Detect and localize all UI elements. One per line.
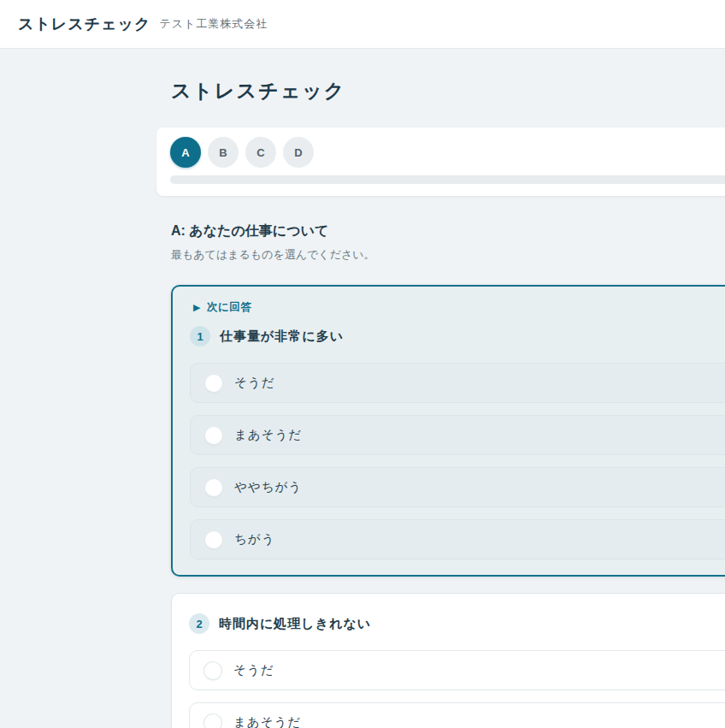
options-list: そうだ まあそうだ: [189, 650, 725, 728]
triangle-right-icon: ▶: [193, 303, 201, 312]
radio-option[interactable]: まあそうだ: [190, 415, 725, 455]
main-content: ストレスチェック A B C D A: あなたの仕事について 最もあてはまるもの…: [171, 78, 725, 728]
company-name: テスト工業株式会社: [159, 16, 268, 32]
step-a[interactable]: A: [170, 137, 201, 168]
question-number-badge: 2: [189, 613, 209, 634]
next-answer-label: 次に回答: [207, 300, 251, 315]
radio-icon[interactable]: [204, 478, 223, 497]
radio-icon[interactable]: [204, 374, 223, 393]
radio-option[interactable]: ちがう: [190, 519, 725, 559]
step-panel: A B C D: [156, 127, 725, 196]
option-label: ややちがう: [234, 479, 302, 495]
radio-icon[interactable]: [203, 661, 222, 680]
step-indicator: A B C D: [170, 137, 725, 168]
step-b[interactable]: B: [208, 137, 239, 168]
radio-icon[interactable]: [204, 530, 223, 549]
app-brand: ストレスチェック: [18, 14, 150, 34]
app-header: ストレスチェック テスト工業株式会社: [0, 0, 725, 49]
radio-option[interactable]: そうだ: [189, 650, 725, 690]
options-list: そうだ まあそうだ ややちがう ちがう: [190, 363, 725, 559]
option-label: まあそうだ: [234, 427, 302, 443]
option-label: そうだ: [234, 375, 275, 391]
progress-bar: [170, 175, 725, 184]
question-card-1: ▶ 次に回答 1 仕事量が非常に多い そうだ まあそうだ ややちがう ちがう: [171, 285, 725, 577]
radio-icon[interactable]: [203, 713, 222, 728]
step-c[interactable]: C: [245, 137, 276, 168]
radio-icon[interactable]: [204, 426, 223, 445]
question-number-badge: 1: [190, 326, 210, 346]
question-text: 時間内に処理しきれない: [219, 616, 371, 632]
radio-option[interactable]: ややちがう: [190, 467, 725, 507]
question-card-2: 2 時間内に処理しきれない そうだ まあそうだ: [171, 593, 725, 728]
question-row: 2 時間内に処理しきれない: [189, 613, 725, 634]
section-subheading: 最もあてはまるものを選んでください。: [171, 247, 725, 263]
option-label: そうだ: [233, 662, 274, 678]
question-text: 仕事量が非常に多い: [220, 328, 344, 345]
step-d[interactable]: D: [283, 137, 314, 168]
option-label: まあそうだ: [233, 714, 301, 728]
question-row: 1 仕事量が非常に多い: [190, 326, 725, 346]
radio-option[interactable]: そうだ: [190, 363, 725, 403]
option-label: ちがう: [234, 531, 275, 547]
next-answer-marker: ▶ 次に回答: [193, 300, 725, 315]
page-title: ストレスチェック: [171, 78, 725, 104]
radio-option[interactable]: まあそうだ: [189, 702, 725, 728]
section-heading: A: あなたの仕事について: [171, 222, 725, 240]
